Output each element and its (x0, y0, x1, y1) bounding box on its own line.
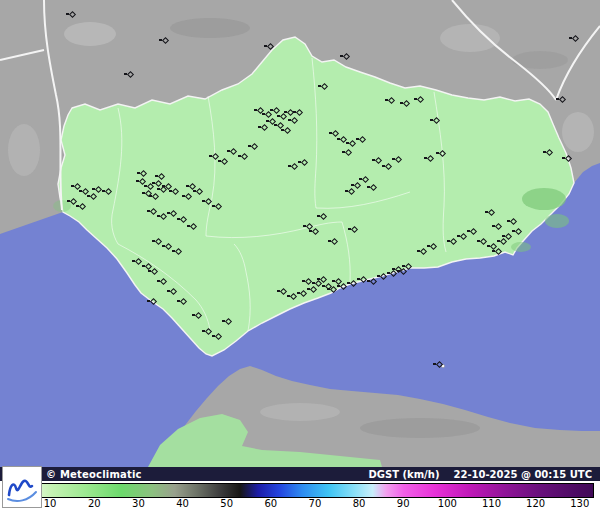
station-marker (284, 110, 293, 115)
station-marker (222, 319, 231, 324)
scale-label: 20 (88, 498, 101, 509)
scale-label: 90 (397, 498, 410, 509)
station-marker (337, 137, 346, 142)
station-marker (346, 141, 355, 146)
station-marker (492, 224, 501, 229)
station-marker (392, 157, 401, 162)
station-marker (345, 189, 354, 194)
station-marker (92, 187, 101, 192)
station-marker (258, 125, 267, 130)
station-marker (433, 362, 442, 367)
station-marker (177, 299, 186, 304)
wave-m-icon (5, 470, 39, 504)
station-marker (340, 54, 349, 59)
station-marker (497, 239, 506, 244)
station-marker (293, 110, 302, 115)
color-scale: 0102030405060708090100110120130 (0, 481, 600, 517)
station-marker (367, 185, 376, 190)
footer-right: DGST (km/h) 22-10-2025 @ 00:15 UTC (368, 469, 592, 480)
station-marker (348, 227, 357, 232)
station-marker (288, 118, 297, 123)
station-marker (155, 174, 164, 179)
product-label: DGST (km/h) (368, 469, 439, 480)
scale-label: 10 (44, 498, 57, 509)
station-marker (238, 154, 247, 159)
station-marker (66, 12, 75, 17)
station-marker (543, 150, 552, 155)
station-marker (337, 284, 346, 289)
station-marker (281, 128, 290, 133)
scale-label: 100 (438, 498, 457, 509)
station-marker (359, 177, 368, 182)
station-marker (87, 194, 96, 199)
station-marker (351, 183, 360, 188)
station-marker (209, 154, 218, 159)
station-marker (102, 189, 111, 194)
station-marker (169, 189, 178, 194)
station-marker (167, 211, 176, 216)
station-marker (248, 144, 257, 149)
station-marker (67, 199, 76, 204)
station-marker (485, 210, 494, 215)
scale-label: 80 (353, 498, 366, 509)
station-marker (212, 204, 221, 209)
station-marker (187, 224, 196, 229)
station-marker (167, 289, 176, 294)
station-marker (477, 239, 486, 244)
station-marker (447, 239, 456, 244)
station-marker (414, 97, 423, 102)
station-marker (177, 217, 186, 222)
station-marker (137, 171, 146, 176)
station-marker (76, 204, 85, 209)
station-marker (307, 287, 316, 292)
station-marker (417, 249, 426, 254)
station-marker (309, 229, 318, 234)
station-marker (318, 84, 327, 89)
station-marker (342, 150, 351, 155)
station-marker (264, 44, 273, 49)
station-marker (148, 269, 157, 274)
app-canvas: © Meteoclimatic DGST (km/h) 22-10-2025 @… (0, 0, 600, 517)
scale-label: 110 (482, 498, 501, 509)
station-marker (329, 131, 338, 136)
stations-layer (0, 0, 600, 467)
scale-label: 40 (176, 498, 189, 509)
station-marker (507, 219, 516, 224)
station-marker (427, 244, 436, 249)
scale-label: 70 (309, 498, 322, 509)
station-marker (157, 214, 166, 219)
station-marker (502, 234, 511, 239)
station-marker (367, 279, 376, 284)
station-marker (569, 36, 578, 41)
station-marker (436, 151, 445, 156)
station-marker (152, 181, 161, 186)
station-marker (372, 158, 381, 163)
station-marker (152, 239, 161, 244)
station-marker (182, 194, 191, 199)
station-marker (424, 156, 433, 161)
station-marker (227, 149, 236, 154)
station-marker (556, 97, 565, 102)
station-marker (193, 189, 202, 194)
station-marker (357, 277, 366, 282)
station-marker (347, 281, 356, 286)
station-marker (149, 194, 158, 199)
station-marker (147, 299, 156, 304)
station-marker (382, 164, 391, 169)
scale-label: 120 (526, 498, 545, 509)
station-marker (157, 279, 166, 284)
station-marker (397, 269, 406, 274)
footer-bar: © Meteoclimatic DGST (km/h) 22-10-2025 @… (0, 467, 600, 481)
station-marker (287, 294, 296, 299)
station-marker (562, 156, 571, 161)
station-marker (132, 259, 141, 264)
station-marker (288, 164, 297, 169)
station-marker (492, 249, 501, 254)
station-marker (402, 264, 411, 269)
station-marker (385, 98, 394, 103)
station-marker (317, 214, 326, 219)
station-marker (218, 159, 227, 164)
datetime-label: 22-10-2025 @ 00:15 UTC (453, 469, 592, 480)
station-marker (147, 209, 156, 214)
station-marker (202, 199, 211, 204)
